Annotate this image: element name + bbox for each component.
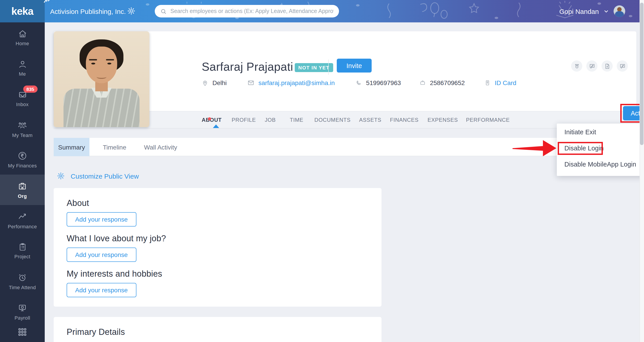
briefcase-icon — [420, 80, 426, 86]
add-document-icon[interactable] — [602, 61, 613, 72]
mobile: 2586709652 — [420, 79, 465, 86]
location-pin-icon — [202, 80, 208, 86]
sidebar-item-performance[interactable]: Performance — [0, 205, 45, 235]
feedback-bubble-icon[interactable] — [586, 61, 598, 72]
inbox-count-badge: 835 — [23, 86, 37, 93]
sidebar-item-me[interactable]: Me — [0, 53, 45, 83]
tab-performance[interactable]: PERFORMANCE — [466, 117, 510, 123]
message-edit-icon[interactable] — [617, 61, 628, 72]
top-header: keka Activision Publishing, Inc. Gopi Na… — [0, 0, 644, 22]
sidebar-item-label: Me — [19, 71, 26, 77]
keka-logo-text: keka — [12, 5, 33, 17]
tab-expenses[interactable]: EXPENSES — [428, 117, 458, 123]
sidebar-item-my-team[interactable]: My Team — [0, 114, 45, 144]
invite-button[interactable]: Invite — [337, 59, 372, 73]
tab-documents[interactable]: DOCUMENTS — [314, 117, 350, 123]
email-link[interactable]: sarfaraj.prajapati@simha.in — [258, 79, 335, 86]
contact-row: Delhi sarfaraj.prajapati@simha.in 519969… — [202, 79, 516, 86]
primary-details-card: Primary Details — [54, 317, 382, 342]
location: Delhi — [202, 79, 227, 86]
tab-job[interactable]: JOB — [265, 117, 276, 123]
menu-item-disable-mobileapp-login[interactable]: Disable MobileApp Login — [564, 161, 636, 168]
org-icon — [18, 181, 27, 191]
phone: 5199697963 — [355, 79, 401, 86]
profile-alert-dot — [208, 117, 211, 120]
annotation-box-disable-login — [558, 142, 603, 155]
global-search — [155, 5, 339, 18]
tab-finances[interactable]: FINANCES — [390, 117, 418, 123]
employee-photo — [54, 31, 149, 127]
status-badge: NOT IN YET — [295, 63, 333, 72]
customize-public-view[interactable]: Customize Public View — [57, 172, 139, 180]
project-icon — [18, 242, 27, 252]
sidebar-nav: Home Me 835 Inbox My Team My Finances Or… — [0, 22, 45, 342]
page-scrollbar[interactable] — [640, 0, 644, 342]
sidebar-item-label: Inbox — [16, 102, 28, 107]
app-window: keka Activision Publishing, Inc. Gopi Na… — [0, 0, 644, 342]
section-title: What I love about my job? — [67, 234, 368, 243]
subtab-summary[interactable]: Summary — [54, 138, 90, 156]
divider — [328, 60, 329, 75]
team-icon — [18, 120, 27, 130]
sidebar-item-label: Performance — [8, 224, 37, 229]
sidebar-item-label: Org — [18, 193, 27, 199]
subtab-timeline[interactable]: Timeline — [103, 138, 126, 156]
search-icon — [160, 8, 167, 15]
payroll-icon — [18, 303, 27, 313]
add-response-button[interactable]: Add your response — [67, 247, 136, 262]
keka-logo[interactable]: keka — [0, 0, 45, 22]
envelope-icon — [247, 79, 254, 86]
scrollbar-thumb[interactable] — [640, 3, 644, 145]
subtab-wall-activity[interactable]: Wall Activity — [144, 138, 177, 156]
apps-grid-icon[interactable] — [0, 327, 45, 342]
email: sarfaraj.prajapati@simha.in — [247, 79, 335, 86]
tab-about[interactable]: ABOUT — [202, 117, 222, 123]
about-card: About Add your response What I love abou… — [54, 188, 382, 307]
add-response-button[interactable]: Add your response — [67, 212, 136, 226]
annotation-arrow-head — [543, 140, 556, 156]
primary-details-title: Primary Details — [67, 327, 368, 337]
id-card: ID Card — [484, 79, 516, 86]
tab-time[interactable]: TIME — [290, 117, 304, 123]
tab-assets[interactable]: ASSETS — [359, 117, 382, 123]
logo-spark-icon — [43, 0, 50, 3]
org-settings-gear-icon[interactable] — [127, 7, 136, 15]
user-avatar[interactable] — [614, 5, 625, 17]
phone-icon — [355, 80, 362, 86]
add-response-button[interactable]: Add your response — [67, 283, 136, 297]
section-title: About — [67, 198, 368, 208]
user-menu[interactable]: Gopi Nandan — [559, 0, 609, 22]
sidebar-item-project[interactable]: Project — [0, 235, 45, 266]
home-icon — [18, 29, 27, 39]
main-content: Sarfaraj Prajapati NOT IN YET Invite Del… — [45, 22, 640, 342]
menu-item-initiate-exit[interactable]: Initiate Exit — [564, 129, 596, 136]
company-name: Activision Publishing, Inc. — [50, 0, 126, 22]
sidebar-item-time-attend[interactable]: Time Attend — [0, 266, 45, 296]
alarm-icon — [18, 272, 27, 282]
rupee-icon — [18, 151, 27, 160]
chevron-down-icon — [603, 8, 609, 14]
sidebar-item-home[interactable]: Home — [0, 22, 45, 53]
id-card-link[interactable]: ID Card — [495, 79, 516, 86]
sidebar-item-label: Project — [14, 254, 30, 259]
gear-icon — [57, 172, 65, 180]
user-icon — [18, 60, 27, 69]
sidebar-item-payroll[interactable]: Payroll — [0, 296, 45, 327]
tab-profile[interactable]: PROFILE — [232, 117, 256, 123]
praise-medal-icon[interactable] — [571, 61, 582, 72]
section-title: My interests and hobbies — [67, 269, 368, 279]
performance-icon — [18, 211, 27, 221]
sidebar-item-label: My Team — [12, 132, 33, 138]
employee-name: Sarfaraj Prajapati — [202, 60, 293, 74]
sidebar-item-inbox[interactable]: 835 Inbox — [0, 83, 45, 114]
sidebar-item-label: My Finances — [8, 163, 37, 168]
user-name: Gopi Nandan — [559, 8, 599, 15]
search-input[interactable] — [170, 8, 334, 14]
sidebar-item-my-finances[interactable]: My Finances — [0, 144, 45, 175]
id-card-icon — [484, 80, 491, 86]
sidebar-item-org[interactable]: Org — [0, 175, 45, 205]
quick-actions — [571, 61, 628, 72]
sidebar-item-label: Home — [16, 41, 29, 46]
sidebar-item-label: Time Attend — [9, 284, 36, 290]
active-tab-indicator — [213, 124, 219, 128]
